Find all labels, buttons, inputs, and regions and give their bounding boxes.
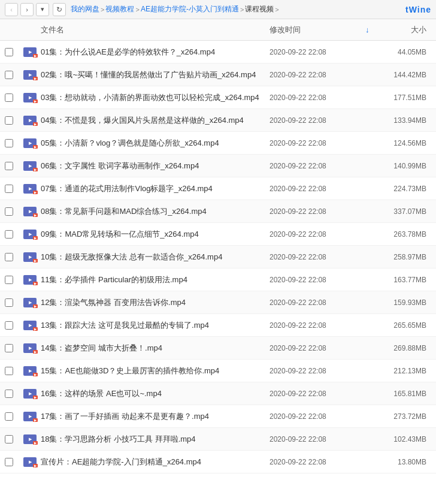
row-checkbox[interactable] — [5, 207, 13, 216]
video-file-icon: ▶ — [23, 138, 37, 148]
row-checkbox[interactable] — [5, 412, 13, 421]
row-checkbox[interactable] — [5, 139, 13, 147]
file-size: 124.56MB — [377, 139, 431, 147]
breadcrumb-video-tutorial[interactable]: 视频教程 — [105, 4, 134, 14]
row-checkbox[interactable] — [5, 48, 13, 56]
file-size: 337.07MB — [377, 207, 431, 216]
row-checkbox[interactable] — [5, 93, 13, 102]
row-checkbox-cell — [5, 116, 22, 125]
dropdown-button[interactable]: ▾ — [36, 3, 49, 16]
table-row[interactable]: ▶ 01集：为什么说AE是必学的特效软件？_x264.mp4 2020-09-2… — [0, 41, 436, 64]
table-row[interactable]: ▶ 05集：小清新？vlog？调色就是随心所欲_x264.mp4 2020-09… — [0, 132, 436, 155]
row-checkbox-cell — [5, 367, 22, 375]
file-size: 102.43MB — [377, 435, 431, 443]
row-checkbox[interactable] — [5, 298, 13, 307]
forward-button[interactable]: › — [20, 3, 34, 16]
table-row[interactable]: ▶ 02集：哦~买噶！懂懂的我居然做出了广告贴片动画_x264.mp4 2020… — [0, 64, 436, 86]
breadcrumb-my-disk[interactable]: 我的网盘 — [71, 4, 99, 14]
row-checkbox[interactable] — [5, 253, 13, 261]
breadcrumb-ae-course[interactable]: AE超能力学院-小莫入门到精通 — [141, 4, 239, 14]
file-name: 12集：渲染气氛神器 百变用法告诉你.mp4 — [38, 297, 270, 308]
row-icon-cell: ▶ — [22, 116, 38, 125]
table-row[interactable]: ▶ 04集：不慌是我，爆火国风片头居然是这样做的_x264.mp4 2020-0… — [0, 109, 436, 132]
table-row[interactable]: ▶ 13集：跟踪大法 这可是我见过最酷的专辑了.mp4 2020-09-22 2… — [0, 314, 436, 337]
file-name: 13集：跟踪大法 这可是我见过最酷的专辑了.mp4 — [38, 320, 270, 331]
top-bar: ‹ › ▾ ↻ 我的网盘 > 视频教程 > AE超能力学院-小莫入门到精通 > … — [0, 0, 436, 19]
table-row[interactable]: ▶ 12集：渲染气氛神器 百变用法告诉你.mp4 2020-09-22 22:0… — [0, 291, 436, 314]
breadcrumb-sep-3: > — [240, 6, 244, 13]
table-row[interactable]: ▶ 03集：想动就动，小清新的界面动效也可以轻松完成_x264.mp4 2020… — [0, 86, 436, 109]
row-icon-cell: ▶ — [22, 412, 38, 421]
file-name: 04集：不慌是我，爆火国风片头居然是这样做的_x264.mp4 — [38, 115, 270, 126]
row-checkbox[interactable] — [5, 276, 13, 284]
table-row[interactable]: ▶ 15集：AE也能做3D？史上最厉害的插件教给你.mp4 2020-09-22… — [0, 360, 436, 382]
row-checkbox[interactable] — [5, 344, 13, 352]
file-icon-badge: ▶ — [33, 441, 38, 445]
table-row[interactable]: ▶ 11集：必学插件 Particular的初级用法.mp4 2020-09-2… — [0, 268, 436, 291]
row-icon-cell: ▶ — [22, 252, 38, 262]
file-name: 16集：这样的场景 AE也可以~.mp4 — [38, 388, 270, 399]
table-row[interactable]: ▶ 09集：MAD常见转场和一亿点细节_x264.mp4 2020-09-22 … — [0, 223, 436, 246]
row-checkbox-cell — [5, 93, 22, 102]
file-size: 269.88MB — [377, 344, 431, 352]
video-file-icon: ▶ — [23, 298, 37, 307]
file-time: 2020-09-22 22:08 — [270, 139, 365, 147]
file-size: 13.80MB — [377, 458, 431, 466]
sort-down-icon[interactable]: ↓ — [365, 25, 377, 34]
file-icon-badge: ▶ — [33, 236, 38, 240]
breadcrumb-course-video: 课程视频 — [245, 4, 274, 14]
file-rows-container: ▶ 01集：为什么说AE是必学的特效软件？_x264.mp4 2020-09-2… — [0, 41, 436, 473]
row-icon-cell: ▶ — [22, 47, 38, 57]
file-size: 144.42MB — [377, 71, 431, 79]
row-checkbox[interactable] — [5, 230, 13, 239]
header-name[interactable]: 文件名 — [38, 25, 270, 35]
row-checkbox[interactable] — [5, 321, 13, 330]
row-checkbox[interactable] — [5, 185, 13, 193]
file-size: 258.97MB — [377, 253, 431, 261]
row-checkbox[interactable] — [5, 367, 13, 375]
row-checkbox[interactable] — [5, 458, 13, 466]
file-size: 44.05MB — [377, 48, 431, 56]
row-icon-cell: ▶ — [22, 275, 38, 285]
back-button[interactable]: ‹ — [5, 3, 18, 16]
table-row[interactable]: ▶ 16集：这样的场景 AE也可以~.mp4 2020-09-22 22:08 … — [0, 382, 436, 405]
header-time[interactable]: 修改时间 — [270, 25, 365, 35]
row-checkbox[interactable] — [5, 116, 13, 125]
file-name: 03集：想动就动，小清新的界面动效也可以轻松完成_x264.mp4 — [38, 92, 270, 103]
video-file-icon: ▶ — [23, 70, 37, 80]
refresh-button[interactable]: ↻ — [53, 3, 66, 16]
row-checkbox-cell — [5, 162, 22, 170]
video-file-icon: ▶ — [23, 275, 37, 285]
row-checkbox-cell — [5, 458, 22, 466]
video-file-icon: ▶ — [23, 457, 37, 467]
row-checkbox-cell — [5, 390, 22, 398]
file-time: 2020-09-22 22:08 — [270, 321, 365, 330]
table-row[interactable]: ▶ 14集：盗梦空间 城市大折叠！.mp4 2020-09-22 22:08 2… — [0, 337, 436, 360]
table-row[interactable]: ▶ 宣传片：AE超能力学院-入门到精通_x264.mp4 2020-09-22 … — [0, 451, 436, 473]
row-checkbox[interactable] — [5, 162, 13, 170]
file-icon-badge: ▶ — [33, 282, 38, 285]
file-time: 2020-09-22 22:08 — [270, 344, 365, 352]
table-row[interactable]: ▶ 06集：文字属性 歌词字幕动画制作_x264.mp4 2020-09-22 … — [0, 155, 436, 177]
breadcrumb-sep-2: > — [135, 6, 139, 13]
table-header: 文件名 修改时间 ↓ 大小 — [0, 19, 436, 41]
row-checkbox[interactable] — [5, 71, 13, 79]
header-size[interactable]: 大小 — [377, 25, 431, 35]
table-row[interactable]: ▶ 10集：超级无敌抠像大法 总有一款适合你_x264.mp4 2020-09-… — [0, 246, 436, 268]
file-name: 11集：必学插件 Particular的初级用法.mp4 — [38, 274, 270, 285]
table-row[interactable]: ▶ 17集：画了一手好插画 动起来不是更有趣？.mp4 2020-09-22 2… — [0, 405, 436, 428]
video-file-icon: ▶ — [23, 434, 37, 444]
row-checkbox-cell — [5, 230, 22, 239]
table-row[interactable]: ▶ 18集：学习思路分析 小技巧工具 拜拜啦.mp4 2020-09-22 22… — [0, 428, 436, 451]
row-icon-cell: ▶ — [22, 230, 38, 239]
table-row[interactable]: ▶ 08集：常见新手问题和MAD综合练习_x264.mp4 2020-09-22… — [0, 200, 436, 223]
row-checkbox[interactable] — [5, 390, 13, 398]
file-size: 163.77MB — [377, 276, 431, 284]
table-row[interactable]: ▶ 07集：通道的花式用法制作Vlog标题字_x264.mp4 2020-09-… — [0, 177, 436, 200]
file-time: 2020-09-22 22:08 — [270, 207, 365, 216]
breadcrumb: 我的网盘 > 视频教程 > AE超能力学院-小莫入门到精通 > 课程视频 > — [71, 4, 398, 14]
file-time: 2020-09-22 22:08 — [270, 390, 365, 398]
row-icon-cell: ▶ — [22, 298, 38, 307]
video-file-icon: ▶ — [23, 47, 37, 57]
row-checkbox[interactable] — [5, 435, 13, 443]
